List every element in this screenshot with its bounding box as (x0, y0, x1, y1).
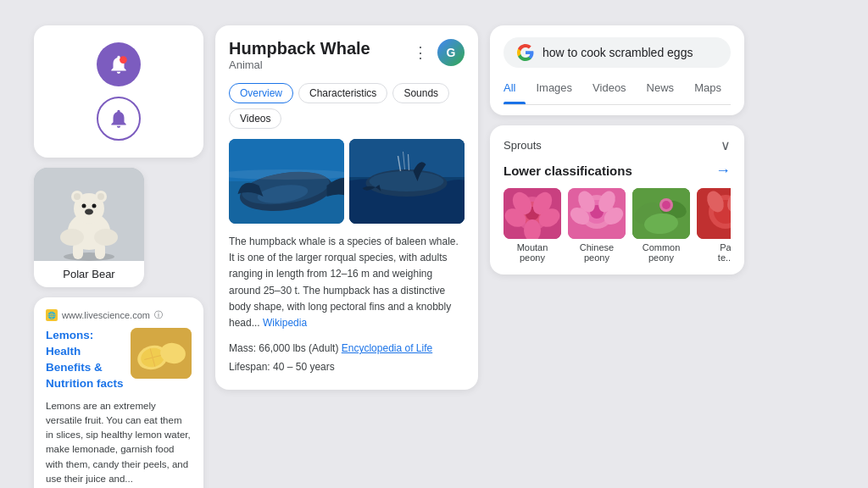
flower-moutan[interactable]: Moutanpeony (504, 188, 561, 263)
more-options-button[interactable]: ⋮ (409, 41, 432, 64)
whale-card: Humpback Whale Animal ⋮ G Overview Chara… (215, 25, 478, 390)
news-card: 🌐 www.livescience.com ⓘ Lemons: (34, 297, 203, 488)
google-logo (517, 44, 534, 61)
tab-overview[interactable]: Overview (229, 83, 293, 103)
whale-description: The humpback whale is a species of balee… (229, 234, 465, 331)
svg-point-58 (662, 201, 670, 209)
search-bar[interactable]: how to cook scrambled eggs (504, 37, 731, 68)
bell-outline-icon[interactable] (97, 97, 141, 141)
whale-image-1 (229, 139, 344, 224)
news-favicon-icon: 🌐 (46, 309, 58, 321)
search-tab-videos[interactable]: Videos (582, 78, 637, 97)
flower-chinese-image (568, 188, 626, 239)
svg-point-9 (82, 204, 86, 208)
polar-bear-image (34, 168, 144, 261)
svg-point-31 (370, 171, 444, 191)
news-site: 🌐 www.livescience.com ⓘ (46, 309, 192, 321)
wikipedia-link[interactable]: Wikipedia (263, 317, 307, 329)
user-avatar-button[interactable]: G (437, 39, 465, 66)
search-tab-images[interactable]: Images (526, 78, 582, 97)
polar-bear-label: Polar Bear (34, 261, 144, 287)
flower-pa[interactable]: Pate... (697, 188, 731, 263)
flower-chinese-label: Chinesepeony (568, 242, 626, 263)
flower-chinese[interactable]: Chinesepeony (568, 188, 626, 263)
whale-title: Humpback Whale (229, 39, 370, 58)
svg-point-7 (74, 193, 81, 200)
flower-common-image (632, 188, 690, 239)
tab-characteristics[interactable]: Characteristics (298, 83, 387, 103)
flower-common-label: Commonpeony (632, 242, 690, 263)
svg-point-11 (85, 209, 93, 215)
news-body: Lemons are an extremely versatile fruit.… (46, 399, 192, 487)
whale-actions: ⋮ G (409, 39, 465, 66)
svg-point-0 (120, 56, 127, 64)
flower-pa-image (697, 188, 731, 239)
flower-pa-label: Pate... (697, 242, 731, 263)
news-thumbnail (131, 328, 192, 379)
svg-point-2 (64, 252, 114, 261)
search-query-text: how to cook scrambled eggs (542, 46, 717, 59)
search-tabs: All Images Videos News Maps (504, 78, 731, 105)
lower-classifications-title: Lower classifications (504, 164, 632, 178)
svg-point-8 (97, 193, 104, 200)
polar-bear-card: Polar Bear (34, 168, 144, 287)
flower-moutan-label: Moutanpeony (504, 242, 561, 263)
sprouts-label: Sprouts (504, 139, 542, 152)
search-tab-all[interactable]: All (504, 78, 526, 97)
whale-tabs: Overview Characteristics Sounds Videos (229, 83, 465, 129)
svg-point-15 (94, 229, 118, 246)
search-tab-maps[interactable]: Maps (684, 78, 732, 97)
search-tab-news[interactable]: News (637, 78, 685, 97)
eol-link[interactable]: Encyclopedia of Life (342, 342, 432, 354)
lower-classifications-header: Lower classifications → (504, 162, 731, 180)
whale-facts: Mass: 66,000 lbs (Adult) Encyclopedia of… (229, 340, 465, 376)
whale-subtitle: Animal (229, 58, 370, 71)
flowers-grid: Moutanpeony (504, 188, 731, 263)
search-card: how to cook scrambled eggs All Images Vi… (490, 25, 744, 115)
whale-images (229, 139, 465, 224)
see-more-button[interactable]: → (715, 162, 731, 180)
tab-videos[interactable]: Videos (229, 108, 281, 129)
svg-point-10 (92, 204, 97, 208)
tab-sounds[interactable]: Sounds (392, 83, 449, 103)
svg-point-14 (60, 229, 84, 246)
bell-filled-icon[interactable] (97, 42, 141, 86)
whale-header: Humpback Whale Animal ⋮ G (229, 39, 465, 80)
flower-moutan-image (504, 188, 561, 239)
knowledge-panel-card: Sprouts ∨ Lower classifications → (490, 125, 744, 274)
flower-common[interactable]: Commonpeony (632, 188, 690, 263)
collapse-button[interactable]: ∨ (721, 137, 731, 153)
sprouts-row: Sprouts ∨ (504, 137, 731, 153)
whale-image-2 (349, 139, 465, 224)
svg-point-27 (229, 169, 344, 180)
icon-card (34, 25, 203, 158)
